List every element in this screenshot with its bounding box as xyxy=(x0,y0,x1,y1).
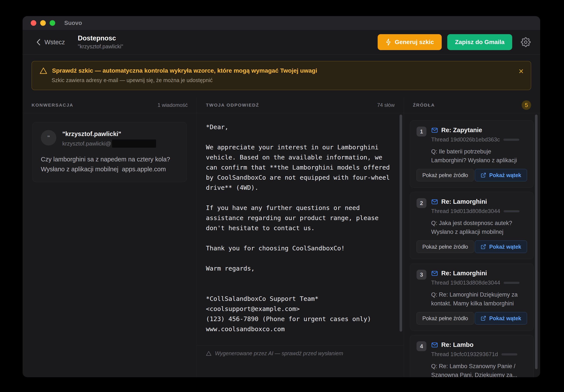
source-card: 1 Re: Zapytanie Thread 19d0026b1ebd363c xyxy=(410,120,534,188)
settings-button[interactable] xyxy=(521,37,531,47)
external-link-icon xyxy=(480,315,486,321)
title-bar: Suovo xyxy=(23,16,540,30)
conversation-column: KONWERSACJA 1 wiadomość " "krzysztof.paw… xyxy=(23,97,197,377)
app-window: Suovo Wstecz Dostepnosc "krzysztof.pawli… xyxy=(23,16,540,377)
source-thread-id: Thread 19cfc0193293671d xyxy=(431,351,498,358)
show-full-source-button[interactable]: Pokaż pełne źródło xyxy=(417,312,474,324)
source-number-badge: 4 xyxy=(417,341,426,351)
reply-header: TWOJA ODPOWIEDŹ 74 słów xyxy=(197,97,404,113)
source-title: Re: Lamorghini xyxy=(441,198,487,205)
source-title: Re: Zapytanie xyxy=(441,126,482,134)
message-email: krzysztof.pawlicki@ xyxy=(62,140,111,147)
quote-icon: " xyxy=(47,134,50,141)
show-full-source-button[interactable]: Pokaż pełne źródło xyxy=(417,240,474,253)
close-window-button[interactable] xyxy=(31,20,36,26)
draft-text[interactable]: *Dear, We appreciate your interest in ou… xyxy=(206,122,391,334)
zoom-window-button[interactable] xyxy=(50,20,55,26)
source-title: Re: Lamorghini xyxy=(441,270,487,277)
source-question: Q: Re: Lamorghini Dziękujemy za kontakt.… xyxy=(431,290,527,308)
source-number-badge: 1 xyxy=(417,126,426,137)
sources-header-label: ŹRÓDŁA xyxy=(413,102,435,108)
show-thread-button[interactable]: Pokaż wątek xyxy=(475,240,527,253)
conversation-count: 1 wiadomość xyxy=(157,102,188,108)
message-body: Czy lamborghini sa z napedem na cztery k… xyxy=(41,154,178,174)
source-thread-id: Thread 19d0026b1ebd363c xyxy=(431,136,500,143)
relevance-bar xyxy=(503,139,519,141)
save-to-gmail-label: Zapisz do Gmaila xyxy=(455,39,505,46)
desktop: { "window": { "title": "Suovo" }, "heade… xyxy=(0,0,564,392)
conversation-header: KONWERSACJA 1 wiadomość xyxy=(23,97,197,113)
source-card: 2 Re: Lamorghini Thread 19d013d808de3044 xyxy=(410,192,534,259)
generate-draft-button[interactable]: Generuj szkic xyxy=(378,34,442,50)
source-question: Q: Ile baterii potrzebuje Lamborghini? W… xyxy=(431,147,527,165)
sources-header: ŹRÓDŁA 5 xyxy=(404,97,540,113)
source-question: Q: Jaka jest dostepnosc autek? Wysłano z… xyxy=(431,219,527,236)
source-number-badge: 2 xyxy=(417,198,426,208)
gear-icon xyxy=(521,37,531,47)
message-card[interactable]: " "krzysztof.pawlicki" krzysztof.pawlick… xyxy=(32,122,187,182)
show-thread-label: Pokaż wątek xyxy=(489,172,521,178)
conversation-body: " "krzysztof.pawlicki" krzysztof.pawlick… xyxy=(23,113,197,191)
save-to-gmail-button[interactable]: Zapisz do Gmaila xyxy=(447,34,512,50)
show-full-source-label: Pokaż pełne źródło xyxy=(422,172,468,178)
reply-footer: Wygenerowane przez AI — sprawdź przed wy… xyxy=(197,345,404,377)
sources-count-badge: 5 xyxy=(522,100,531,110)
back-button[interactable]: Wstecz xyxy=(36,39,65,46)
show-full-source-button[interactable]: Pokaż pełne źródło xyxy=(417,169,474,181)
show-full-source-label: Pokaż pełne źródło xyxy=(422,244,468,250)
generate-draft-label: Generuj szkic xyxy=(395,39,434,46)
reply-word-count: 74 słów xyxy=(377,102,395,108)
show-thread-button[interactable]: Pokaż wątek xyxy=(475,169,527,181)
warning-subtitle: Szkic zawiera adresy e-mail — upewnij si… xyxy=(52,77,523,84)
envelope-icon xyxy=(431,341,438,348)
ai-disclaimer: Wygenerowane przez AI — sprawdź przed wy… xyxy=(215,350,343,357)
app-title: Suovo xyxy=(64,20,82,27)
content-columns: KONWERSACJA 1 wiadomość " "krzysztof.paw… xyxy=(23,97,540,377)
sources-scrollbar[interactable] xyxy=(535,114,537,369)
warning-triangle-icon xyxy=(40,67,47,74)
message-sender: "krzysztof.pawlicki" xyxy=(62,130,156,138)
source-number-badge: 3 xyxy=(417,270,426,280)
avatar: " xyxy=(41,130,56,145)
show-thread-label: Pokaż wątek xyxy=(489,315,521,322)
source-card: 3 Re: Lamorghini Thread 19d013d808de3044 xyxy=(410,264,534,331)
show-full-source-label: Pokaż pełne źródło xyxy=(422,315,468,322)
relevance-bar xyxy=(504,210,520,212)
conversation-header-label: KONWERSACJA xyxy=(32,102,73,108)
source-question: Q: Re: Lambo Szanowny Panie / Szanowna P… xyxy=(431,362,527,377)
show-thread-label: Pokaż wątek xyxy=(489,244,521,250)
redacted-email-domain xyxy=(112,140,156,148)
page-subtitle: "krzysztof.pawlicki" xyxy=(78,43,123,50)
title-block: Dostepnosc "krzysztof.pawlicki" xyxy=(78,35,123,50)
page-title: Dostepnosc xyxy=(78,35,123,42)
envelope-icon xyxy=(431,127,438,134)
source-title: Re: Lambo xyxy=(441,341,474,348)
close-icon[interactable]: × xyxy=(519,67,524,75)
sources-list: 1 Re: Zapytanie Thread 19d0026b1ebd363c xyxy=(404,113,540,377)
relevance-bar xyxy=(501,353,517,355)
chevron-left-icon xyxy=(36,39,41,46)
reply-column: TWOJA ODPOWIEDŹ 74 słów *Dear, We apprec… xyxy=(197,97,404,377)
show-thread-button[interactable]: Pokaż wątek xyxy=(475,312,527,324)
warning-triangle-icon xyxy=(206,351,212,356)
external-link-icon xyxy=(480,172,486,178)
page-header: Wstecz Dostepnosc "krzysztof.pawlicki" G… xyxy=(23,30,540,55)
source-thread-id: Thread 19d013d808de3044 xyxy=(431,208,500,214)
sources-column: ŹRÓDŁA 5 1 Re: Zapytanie Thre xyxy=(404,97,540,377)
reply-header-label: TWOJA ODPOWIEDŹ xyxy=(206,102,259,108)
reply-scrollbar[interactable] xyxy=(400,114,402,332)
reply-editor[interactable]: *Dear, We appreciate your interest in ou… xyxy=(197,113,404,345)
envelope-icon xyxy=(431,198,438,205)
lightning-bolt-icon xyxy=(385,39,391,46)
warning-title: Sprawdź szkic — automatyczna kontrola wy… xyxy=(52,67,317,74)
relevance-bar xyxy=(504,282,520,284)
back-label: Wstecz xyxy=(44,39,65,46)
source-card: 4 Re: Lambo Thread 19cfc0193293671d xyxy=(410,335,534,377)
draft-warning-banner: Sprawdź szkic — automatyczna kontrola wy… xyxy=(32,61,531,90)
external-link-icon xyxy=(480,244,486,250)
minimize-window-button[interactable] xyxy=(40,20,46,26)
envelope-icon xyxy=(431,270,438,277)
source-thread-id: Thread 19d013d808de3044 xyxy=(431,280,500,286)
